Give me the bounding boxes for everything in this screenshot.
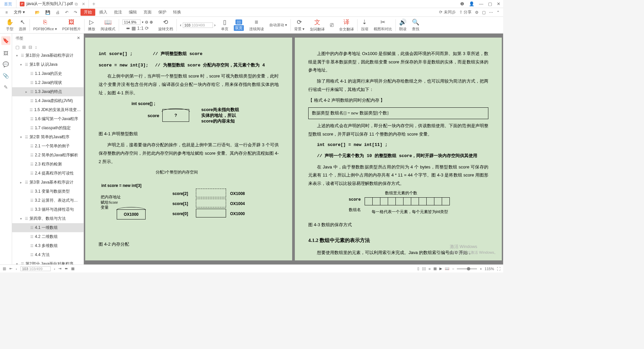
tool-continuous[interactable]: ≡连续阅读 [247,18,267,33]
page-prev-icon[interactable]: ‹ [180,23,181,28]
menu-protect[interactable]: 保护 [156,9,169,15]
view-read-icon[interactable]: 📖 [445,266,449,271]
menu-page[interactable]: 页面 [141,9,154,15]
bookmark-item[interactable]: ☰4.4 方法 [12,250,84,259]
tool-screenshot[interactable]: ✂截图和对比 [371,18,395,33]
tool-ocr[interactable]: ⎚ [327,18,336,33]
menu-convert[interactable]: 转换 [170,9,184,15]
zoom-input[interactable]: 114.9% [122,19,141,25]
tool-word-translate[interactable]: 文划词翻译 [307,18,327,33]
bookmark-item[interactable]: ☰2.1 一个简单的例子 [12,142,84,151]
attachment-icon[interactable]: 📎 [3,73,9,79]
bookmark-item[interactable]: ☰1.5 JDK的安装及环境变量的配置 [12,105,84,114]
bookmark-item[interactable]: ☰2.2 简单的Java程序解析 [12,151,84,160]
tool-pdf2img[interactable]: 🖼PDF转图片 [60,18,84,33]
status-menu-icon[interactable]: ▥ [3,266,6,271]
bookmark-item[interactable]: ☰4.1 一维数组 [12,223,84,232]
window-icon[interactable]: ▢ [482,10,486,15]
bookmark-item[interactable]: ▾☰第2部分 Java面向对象程序设计 [12,259,84,264]
tool-compress[interactable]: ⇣压缩 [358,18,371,33]
status-zoom-in-icon[interactable]: + [480,267,482,271]
tool-pdf2office[interactable]: ⎘PDF转Office ▾ [31,18,60,33]
collapse-icon[interactable]: ⌃ [496,10,500,15]
status-zoom-out-icon[interactable]: − [452,267,454,271]
fit-width-icon[interactable]: ⬌ [126,26,130,31]
document-view[interactable]: 🤖 int score[] ;// 声明整型数组 score score = n… [84,34,503,264]
menu-insert[interactable]: 插入 [97,9,110,15]
tool-rotate[interactable]: ⟲旋转文档 [156,18,176,33]
bookmark-item[interactable]: ☰3.3 循环与选择性语句 [12,205,84,214]
page-prev-icon[interactable]: ‹ [16,267,17,271]
fit-page-icon[interactable]: ▦ [131,26,136,31]
bookmark-item[interactable]: ▸☰1.3 Java的特点 [12,87,84,96]
bookmark-item[interactable]: ☰1.6 编写第一个Java程序 [12,114,84,123]
view-single-icon[interactable]: ▯ [417,266,419,271]
bookmark-item[interactable]: ☰1.4 Java虚拟机(JVM) [12,96,84,105]
status-fit-icon[interactable]: ⬌ [65,266,68,271]
tool-full-translate[interactable]: 译全文翻译 [336,18,357,33]
status-page-input[interactable]: 103 103/499 [20,266,51,271]
menu-icon[interactable]: ≡ [3,10,10,15]
tool-play[interactable]: ▷播放 [85,18,98,33]
status-fullscreen-icon[interactable]: ⛶ [497,267,500,271]
print-icon[interactable]: 🖨 [54,10,62,15]
bookmark-item[interactable]: ☰3.1 变量与数据类型 [12,187,84,196]
menu-file[interactable]: 文件 ▾ [11,9,28,15]
status-thumb-icon[interactable]: ▦ [71,266,74,271]
status-zoom-value[interactable]: 115% [485,267,494,271]
shape-icon[interactable]: ✎ [4,84,8,90]
page-first-icon[interactable]: ⇤ [9,266,12,271]
tool-autoscroll[interactable]: 自动滚动 ▾ [267,18,290,33]
tool-double[interactable]: ▯▯双页 [231,18,247,33]
bookmark-item[interactable]: ☰4.2 二维数组 [12,232,84,241]
bookmark-item[interactable]: ☰2.3 程序的检测 [12,160,84,169]
settings-icon[interactable]: ⚙ [475,10,479,15]
sort-icon[interactable]: ↕ [35,45,37,50]
tool-single[interactable]: ▯单页 [218,18,231,33]
bookmark-item[interactable]: ☰1.1 Java的历史 [12,69,84,78]
tab-close-icon[interactable]: ✕ [82,2,85,6]
maximize-button[interactable]: ▢ [488,1,492,6]
comment-icon[interactable]: 💬 [3,61,9,67]
view-double-icon[interactable]: ▯▯ [422,266,426,271]
open-icon[interactable]: 📂 [33,10,42,15]
menu-start[interactable]: 开始 [80,9,95,16]
view-continuous-icon[interactable]: ≡ [429,267,431,271]
bookmark-item[interactable]: ▾☰第2章 简单的Java程序 [12,133,84,142]
bookmark-item[interactable]: ☰1.7 classpath的指定 [12,123,84,133]
tool-read-aloud[interactable]: 🔊朗读 [396,18,409,33]
page-input[interactable]: 103 103/499 [183,22,213,28]
bookmark-item[interactable]: ▸☰第3章 Java基本程序设计 [12,178,84,187]
tab-home[interactable]: 首页 [0,0,16,8]
bookmark-item[interactable]: ▾☰第四章、数组与方法 [12,214,84,223]
bookmark-item[interactable]: ▾☰第1部分 Java基础程序设计 [12,51,84,60]
redo-icon[interactable]: ↷ [72,10,79,15]
bookmark-item[interactable]: ☰2.4 提高程序的可读性 [12,169,84,178]
share-button[interactable]: ⇪ 分享 [459,9,472,15]
fit-actual-icon[interactable]: 1:1 [137,26,144,31]
zoom-out-icon[interactable]: ⊖ [145,20,148,24]
undo-icon[interactable]: ↶ [63,10,70,15]
tab-restore-icon[interactable]: ⧉ [75,2,78,6]
bookmark-item[interactable]: ☰1.2 Java的现状 [12,78,84,87]
thumbnail-icon[interactable]: 🖼 [3,50,8,56]
bookmark-item[interactable]: ☰3.2 运算符、表达式与语句 [12,196,84,205]
more-icon[interactable]: ⋯ [489,10,493,15]
expand-icon[interactable]: ⊞ [22,45,26,50]
avatar-icon[interactable]: 👤 [469,1,474,6]
bookmark-icon[interactable]: 🔖 [1,36,10,45]
sync-status[interactable]: ⟳ 未同步 [439,9,455,15]
save-icon[interactable]: 💾 [43,10,52,15]
tab-file[interactable]: P java从一无所知到入门.pdf ⧉ ✕ [16,0,89,8]
tool-find[interactable]: 🔍查找 [409,18,422,33]
bookmark-item[interactable]: ▾☰第1章 认识Java [12,60,84,69]
tab-add-button[interactable]: + [89,1,99,7]
tool-background[interactable]: ⟳背景 ▾ [291,18,307,33]
bookmark-item[interactable]: ☰4.3 多维数组 [12,241,84,250]
page-next-icon[interactable]: › [214,23,216,28]
view-present-icon[interactable]: ▶ [439,266,442,271]
minimize-button[interactable]: — [479,1,483,6]
page-next-icon[interactable]: › [54,267,55,271]
sidebar-close-icon[interactable]: ✕ [77,36,80,41]
zoom-in-icon[interactable]: ⊕ [150,20,153,24]
